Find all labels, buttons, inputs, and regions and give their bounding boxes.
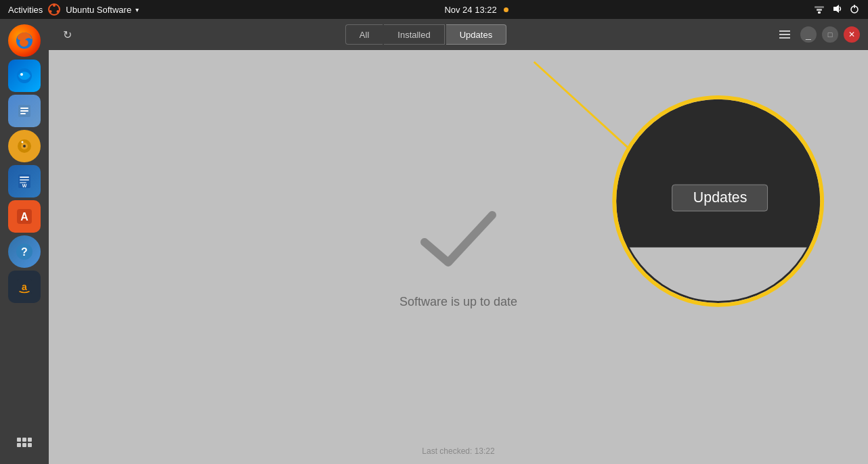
svg-rect-5: [817, 9, 822, 11]
svg-rect-37: [672, 185, 768, 211]
header-bar: ↻ All Installed Updates _ □ ✕: [49, 19, 868, 50]
help-icon: ?: [15, 242, 34, 261]
svg-rect-35: [616, 247, 820, 304]
svg-point-2: [57, 10, 60, 13]
svg-rect-6: [815, 6, 824, 8]
svg-point-34: [614, 97, 822, 305]
sidebar-app-notes[interactable]: [8, 95, 41, 127]
checkmark-icon: [418, 205, 499, 281]
svg-marker-7: [833, 5, 839, 13]
firefox-icon: [14, 30, 35, 51]
svg-rect-4: [818, 11, 821, 14]
svg-point-12: [20, 73, 23, 76]
hamburger-menu-button[interactable]: [775, 24, 795, 45]
svg-rect-15: [20, 110, 28, 112]
svg-point-3: [49, 10, 52, 13]
last-checked-label: Last checked: 13:22: [422, 446, 494, 456]
sidebar-app-writer[interactable]: W: [8, 165, 41, 198]
status-dot-icon: [504, 7, 508, 12]
activities-label[interactable]: Activities: [8, 5, 43, 15]
hamburger-icon: [779, 30, 790, 39]
close-button[interactable]: ✕: [844, 26, 860, 43]
dropdown-arrow-icon: ▾: [135, 6, 139, 14]
svg-rect-22: [20, 177, 29, 178]
status-text: Software is up to date: [399, 295, 517, 309]
tab-installed[interactable]: Installed: [384, 24, 444, 45]
svg-point-20: [22, 141, 24, 143]
sidebar-app-firefox[interactable]: [8, 24, 41, 57]
svg-point-33: [616, 99, 820, 303]
svg-text:a: a: [22, 281, 27, 292]
sidebar-app-rhythmbox[interactable]: [8, 130, 41, 162]
content-area: Software is up to date Last checked: 13:…: [49, 50, 868, 464]
svg-text:?: ?: [21, 246, 28, 258]
sidebar-app-software[interactable]: A: [8, 200, 41, 233]
maximize-button[interactable]: □: [822, 26, 838, 43]
svg-point-1: [53, 4, 56, 7]
sidebar-app-help[interactable]: ?: [8, 235, 41, 268]
notes-icon: [16, 102, 33, 120]
system-bar: Activities Ubuntu Software ▾ Nov 24 13:2…: [0, 0, 868, 19]
sidebar-app-amazon[interactable]: a: [8, 271, 41, 303]
refresh-button[interactable]: ↻: [57, 24, 77, 45]
main-layout: W A ? a: [0, 19, 868, 464]
minimize-button[interactable]: _: [800, 26, 817, 43]
show-all-apps-button[interactable]: [8, 426, 41, 459]
network-icon[interactable]: [814, 3, 825, 16]
power-icon[interactable]: [849, 3, 860, 16]
software-center-icon: A: [15, 207, 34, 226]
svg-line-32: [534, 62, 633, 152]
svg-text:Updates: Updates: [693, 189, 747, 206]
writer-icon: W: [16, 172, 33, 190]
datetime-label: Nov 24 13:22: [444, 5, 496, 15]
sidebar: W A ? a: [0, 19, 49, 464]
thunderbird-icon: [15, 66, 34, 85]
svg-text:A: A: [20, 211, 28, 223]
svg-point-36: [618, 101, 818, 301]
svg-rect-23: [20, 179, 29, 181]
tab-updates[interactable]: Updates: [446, 24, 506, 45]
svg-text:W: W: [22, 183, 27, 188]
tab-bar: All Installed Updates: [345, 24, 506, 45]
main-window: ↻ All Installed Updates _ □ ✕: [49, 19, 868, 464]
svg-rect-16: [20, 113, 26, 114]
rhythmbox-icon: [16, 137, 33, 155]
amazon-icon: a: [15, 277, 34, 296]
svg-rect-14: [20, 108, 28, 109]
tab-all[interactable]: All: [345, 24, 383, 45]
volume-icon[interactable]: [831, 3, 842, 16]
ubuntu-logo-icon: [48, 3, 60, 16]
svg-point-19: [23, 145, 26, 147]
app-menu[interactable]: Ubuntu Software ▾: [48, 3, 139, 16]
sidebar-app-thunderbird[interactable]: [8, 60, 41, 92]
